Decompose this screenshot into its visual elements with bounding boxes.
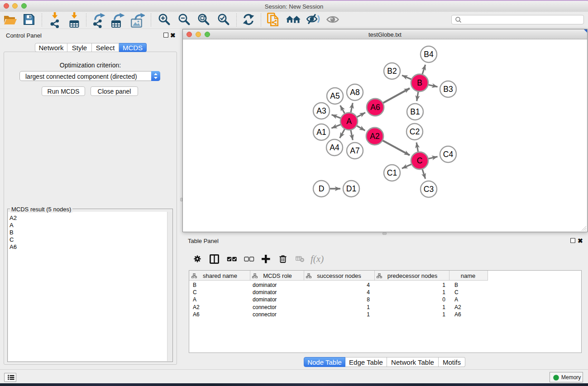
svg-text:B4: B4 [424, 50, 434, 59]
svg-text:B: B [417, 78, 422, 87]
svg-text:D: D [319, 184, 325, 193]
svg-text:A8: A8 [350, 88, 359, 97]
svg-text:A4: A4 [330, 143, 339, 152]
svg-text:A2: A2 [370, 132, 379, 141]
svg-text:A6: A6 [370, 103, 380, 112]
svg-text:A3: A3 [316, 106, 326, 115]
svg-text:B3: B3 [443, 85, 453, 94]
svg-text:C1: C1 [387, 168, 397, 177]
svg-text:D1: D1 [346, 184, 356, 193]
svg-text:A: A [346, 117, 352, 126]
svg-text:C2: C2 [410, 127, 420, 136]
svg-text:C3: C3 [424, 185, 434, 194]
svg-text:C4: C4 [443, 150, 454, 159]
svg-text:A1: A1 [316, 128, 326, 137]
svg-text:B2: B2 [387, 67, 397, 76]
svg-text:A5: A5 [330, 91, 339, 100]
svg-text:C: C [417, 156, 423, 165]
svg-text:A7: A7 [350, 146, 359, 155]
svg-text:B1: B1 [410, 107, 420, 116]
